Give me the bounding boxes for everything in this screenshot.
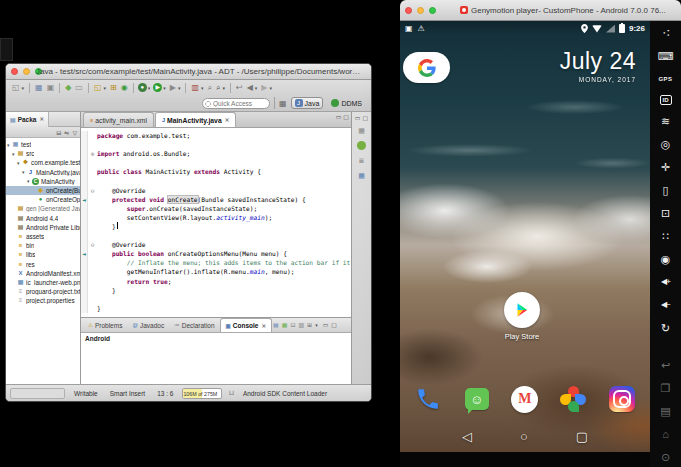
dropdown-arrow-icon[interactable]: ▾	[201, 85, 204, 91]
close-tab-icon[interactable]: ✕	[225, 117, 230, 123]
save-icon[interactable]: ▦	[34, 83, 44, 93]
pixel-perfect-icon[interactable]: ∷	[662, 229, 669, 243]
display-selected-console-icon[interactable]: ▦	[282, 321, 288, 328]
perspective-java-button[interactable]: J Java	[291, 97, 324, 109]
minimize-panel-icon[interactable]: ▭	[323, 321, 329, 328]
restore-view-icon[interactable]: ▭	[355, 114, 361, 121]
maximize-panel-icon[interactable]: ▢	[331, 321, 337, 328]
identifiers-icon[interactable]: ID	[660, 95, 672, 105]
close-window-button[interactable]	[405, 7, 412, 14]
run-garbage-collector-icon[interactable]: ⊔	[228, 389, 233, 397]
maximize-view-icon[interactable]: ▢	[363, 114, 369, 121]
remote-control-icon[interactable]: ✛	[661, 160, 670, 174]
android-sdk-manager-icon[interactable]: ◆	[64, 83, 72, 93]
tree-item-gen-generated-java-file[interactable]: ▤gen [Generated Java File	[6, 204, 80, 213]
dropdown-arrow-icon[interactable]: ▾	[148, 85, 151, 91]
console-body[interactable]: Android	[81, 333, 351, 384]
collapse-all-icon[interactable]: ⊟	[56, 129, 61, 136]
new-java-project-icon[interactable]: ◱	[93, 83, 103, 93]
back-history-icon[interactable]: ◀	[246, 83, 254, 93]
tree-item-androidmanifest-xml[interactable]: XAndroidManifest.xml	[6, 269, 80, 278]
dropdown-arrow-icon[interactable]: ▾	[178, 85, 181, 91]
date-widget[interactable]: July 24 MONDAY, 2017	[560, 48, 636, 83]
print-icon[interactable]: ▣	[46, 83, 56, 93]
minimize-view-icon[interactable]: ▭	[336, 114, 342, 120]
instagram-app-icon[interactable]	[607, 384, 637, 414]
share-icon[interactable]: ∴	[659, 30, 673, 37]
camera-icon[interactable]: ◎	[661, 137, 671, 151]
dropdown-arrow-icon[interactable]: ▾	[315, 322, 318, 328]
perspective-ddms-button[interactable]: DDMS	[327, 97, 366, 109]
java-search-icon[interactable]: ⌕	[206, 83, 212, 93]
network-icon[interactable]: ≋	[661, 114, 670, 128]
eclipse-titlebar[interactable]: Java - test/src/com/example/test/MainAct…	[6, 64, 371, 80]
task-list-icon[interactable]: ▦	[358, 126, 365, 135]
editor-tab-mainactivity-java[interactable]: JMainActivity.java✕	[155, 112, 236, 127]
new-class-icon[interactable]: ◉	[120, 83, 129, 93]
zoom-window-button[interactable]	[429, 7, 436, 14]
open-console-icon[interactable]: ⊞	[307, 321, 312, 328]
tree-item-oncreate-bu[interactable]: ◆onCreate(Bu	[6, 186, 80, 195]
volume-down-icon[interactable]: ◀−	[661, 298, 670, 312]
gmail-app-icon[interactable]: M	[510, 384, 540, 414]
editor-tab-activity-main-xml[interactable]: ≡activity_main.xml	[83, 112, 154, 127]
outline-icon[interactable]: ≣	[359, 156, 365, 165]
templates-icon[interactable]: ▦	[358, 171, 365, 180]
search-icon[interactable]: ⌕	[215, 83, 221, 93]
tree-item-assets[interactable]: ■assets	[6, 232, 80, 241]
new-wizard-icon[interactable]: ◱	[11, 83, 21, 93]
android-home-icon[interactable]: ⌂	[662, 427, 669, 441]
close-tab-icon[interactable]: ✕	[39, 116, 44, 122]
rotate-screen-icon[interactable]: ↻	[661, 321, 670, 335]
android-menu-icon[interactable]: ▤	[660, 404, 670, 418]
tree-item-test[interactable]: ▾▣test	[6, 140, 80, 149]
dropdown-arrow-icon[interactable]: ▾	[269, 85, 272, 91]
view-menu-icon[interactable]: ▽	[72, 129, 77, 136]
tree-item-project-properties[interactable]: ≡project.properties	[6, 296, 80, 305]
run-icon[interactable]: ▶	[153, 83, 162, 92]
code-editor[interactable]: package com.example.test;⊕import android…	[81, 128, 351, 317]
clear-console-icon[interactable]: ▤	[273, 321, 279, 328]
tree-item-mainactivity-java[interactable]: ▾JMainActivity.java	[6, 168, 80, 177]
dropdown-arrow-icon[interactable]: ▾	[22, 85, 25, 91]
avd-manager-icon[interactable]: ▭	[74, 83, 84, 93]
dropdown-arrow-icon[interactable]: ▾	[163, 85, 166, 91]
messaging-app-icon[interactable]: ☺	[462, 384, 492, 414]
android-power-icon[interactable]: ⊙	[661, 450, 670, 464]
tree-item-src[interactable]: ▾▤src	[6, 149, 80, 158]
console-tab-javadoc[interactable]: @Javadoc	[127, 318, 169, 332]
open-perspective-icon[interactable]: ▦	[279, 99, 287, 108]
close-tab-icon[interactable]: ✕	[261, 323, 266, 329]
last-edit-location-icon[interactable]: ↩	[235, 83, 244, 93]
mylyn-connect-icon[interactable]	[357, 141, 366, 150]
forward-history-icon[interactable]: ▶	[260, 83, 268, 93]
console-tab-console[interactable]: ▣Console✕	[220, 318, 272, 332]
scroll-lock-icon[interactable]: ⊡	[290, 321, 295, 328]
quick-access-input[interactable]	[202, 98, 270, 109]
tree-item-com-example-test[interactable]: ▾❖com.example.test	[6, 158, 80, 167]
android-recents-icon[interactable]: ❐	[661, 381, 671, 395]
play-store-app[interactable]: Play Store	[504, 292, 540, 341]
android-back-icon[interactable]: ↩	[661, 358, 670, 372]
external-tools-icon[interactable]: ▶	[169, 83, 177, 93]
battery-icon[interactable]: ▯	[662, 183, 668, 197]
console-tab-problems[interactable]: ⚠Problems	[83, 318, 127, 332]
recents-nav-icon[interactable]: ▢	[576, 430, 588, 444]
android-screen[interactable]: ▣⚠ 9:26	[400, 21, 650, 452]
tree-item-libs[interactable]: ■libs	[6, 250, 80, 259]
genymotion-titlebar[interactable]: Genymotion player- CustomPhone - Android…	[400, 0, 681, 21]
tree-item-android-private-libraries[interactable]: ▤Android Private Libraries	[6, 223, 80, 232]
minimize-window-button[interactable]	[417, 7, 424, 14]
tree-item-mainactivity[interactable]: ▾CMainActivity	[6, 177, 80, 186]
volume-up-icon[interactable]: ◀+	[661, 275, 670, 289]
console-tab-declaration[interactable]: ≔Declaration	[169, 318, 219, 332]
tree-item-ic-launcher-web-png[interactable]: ▦ic_launcher-web.png	[6, 278, 80, 287]
capture-icon[interactable]: ◉	[661, 252, 671, 266]
heap-status-widget[interactable]: 106M of 275M	[182, 388, 222, 399]
tree-item-oncreateop[interactable]: ●onCreateOp	[6, 195, 80, 204]
phone-app-icon[interactable]	[413, 384, 443, 414]
link-with-editor-icon[interactable]: ⇋	[64, 129, 69, 136]
dropdown-arrow-icon[interactable]: ▾	[103, 85, 106, 91]
tree-item-proguard-project-txt[interactable]: ≡proguard-project.txt	[6, 287, 80, 296]
dropdown-arrow-icon[interactable]: ▾	[222, 85, 225, 91]
